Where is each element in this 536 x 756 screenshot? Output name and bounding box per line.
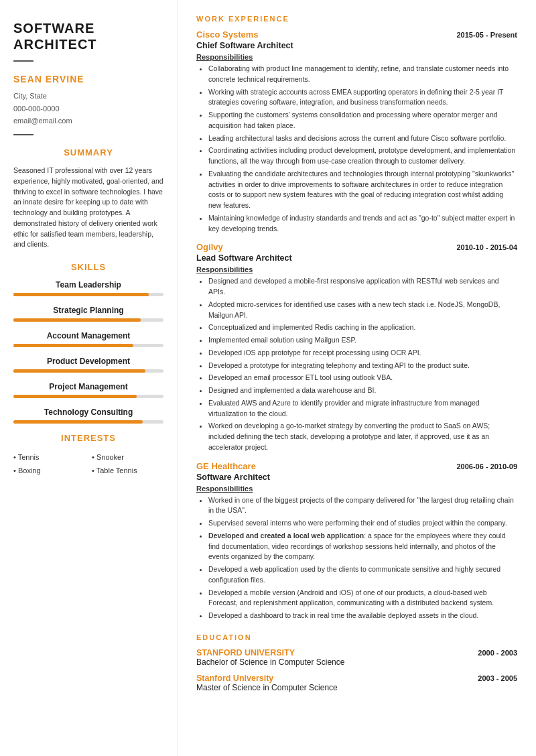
bullet-item: Developed and created a local web applic… [208, 531, 517, 562]
skill-label: Product Development [13, 357, 163, 366]
skill-bar-bg [13, 293, 163, 296]
bullet-item: Developed an email processor ETL tool us… [208, 373, 517, 383]
divider-1 [13, 60, 34, 62]
skill-bar-bg [13, 318, 163, 322]
bullet-item: Collaborating with product line manageme… [208, 64, 517, 85]
interest-item: Boxing [13, 464, 85, 478]
resume-container: SOFTWARE ARCHITECT SEAN ERVINE City, Sta… [0, 0, 536, 756]
skill-label: Technology Consulting [13, 407, 163, 417]
company-name: Cisco Systems [196, 29, 259, 40]
bullet-item: Evaluating the candidate architectures a… [208, 169, 517, 211]
bullet-list: Designed and developed a mobile-first re… [196, 276, 517, 452]
bullet-item: Developed a prototype for integrating te… [208, 361, 517, 371]
skill-label: Strategic Planning [13, 306, 163, 315]
skill-block: Strategic Planning [13, 306, 163, 322]
bullet-item: Developed iOS app prototype for receipt … [208, 348, 517, 359]
job-entry: Cisco Systems2015-05 - PresentChief Soft… [196, 29, 517, 234]
summary-title: SUMMARY [13, 147, 163, 158]
email: email@email.com [13, 115, 163, 127]
edu-row: STANFORD UNIVERSITY2000 - 2003 [196, 648, 517, 657]
responsibilities-label: Responsibilities [196, 53, 517, 61]
responsibilities-label: Responsibilities [196, 265, 517, 273]
bullet-item: Coordinating activities including produc… [208, 145, 517, 167]
right-column: WORK EXPERIENCE Cisco Systems2015-05 - P… [178, 0, 536, 756]
bullet-item: Supervised several interns who were perf… [208, 518, 517, 529]
skill-bar-fill [13, 293, 149, 296]
skill-block: Team Leadership [13, 280, 163, 296]
company-row: GE Healthcare2006-06 - 2010-09 [196, 461, 517, 471]
job-entry: GE Healthcare2006-06 - 2010-09Software A… [196, 461, 517, 621]
edu-school: Stanford University [196, 674, 273, 683]
skill-bar-fill [13, 369, 145, 373]
responsibilities-label: Responsibilities [196, 485, 517, 493]
job-role: Chief Software Architect [196, 41, 517, 50]
interests-section: INTERESTS TennisBoxing SnookerTable Tenn… [13, 433, 163, 478]
edu-row: Stanford University2003 - 2005 [196, 674, 517, 683]
bullet-list: Worked in one of the biggest projects of… [196, 495, 517, 621]
job-title: SOFTWARE ARCHITECT [13, 20, 163, 52]
skill-bar-bg [13, 344, 163, 347]
edu-degree: Bachelor of Science in Computer Science [196, 657, 517, 667]
summary-text: Seasoned IT professional with over 12 ye… [13, 166, 163, 250]
skill-block: Technology Consulting [13, 407, 163, 424]
city-state: City, State [13, 90, 163, 103]
bullet-item: Developed a web application used by the … [208, 564, 517, 586]
skill-label: Account Management [13, 331, 163, 340]
skill-block: Product Development [13, 357, 163, 373]
bullet-list: Collaborating with product line manageme… [196, 64, 517, 234]
bullet-item: Worked in one of the biggest projects of… [208, 495, 517, 517]
education-title: EDUCATION [196, 633, 517, 641]
jobs-list: Cisco Systems2015-05 - PresentChief Soft… [196, 29, 517, 621]
contact-info: City, State 000-000-0000 email@email.com [13, 90, 163, 127]
skills-list: Team LeadershipStrategic PlanningAccount… [13, 280, 163, 424]
bullet-item: Adopted micro-services for identified us… [208, 300, 517, 321]
skill-block: Account Management [13, 331, 163, 347]
bullet-item: Conceptualized and implemented Redis cac… [208, 322, 517, 333]
company-dates: 2010-10 - 2015-04 [456, 243, 517, 251]
edu-degree: Master of Science in Computer Science [196, 683, 517, 692]
divider-2 [13, 134, 34, 135]
candidate-name: SEAN ERVINE [13, 74, 163, 84]
interest-item: Snooker [92, 451, 163, 464]
skill-bar-bg [13, 395, 163, 398]
company-name: GE Healthcare [196, 461, 256, 471]
skills-title: SKILLS [13, 262, 163, 272]
interests-col-1: TennisBoxing [13, 451, 85, 478]
phone: 000-000-0000 [13, 103, 163, 115]
edu-dates: 2000 - 2003 [478, 649, 517, 657]
skill-block: Project Management [13, 382, 163, 398]
bullet-item: Maintaining knowledge of industry standa… [208, 213, 517, 235]
left-column: SOFTWARE ARCHITECT SEAN ERVINE City, Sta… [0, 0, 178, 756]
job-role: Software Architect [196, 472, 517, 482]
skill-bar-fill [13, 420, 143, 424]
bullet-item: Developed a dashboard to track in real t… [208, 611, 517, 621]
bullet-item: Supporting the customers' systems consol… [208, 110, 517, 131]
bullet-item: Worked on developing a go-to-market stra… [208, 421, 517, 452]
work-experience-title: WORK EXPERIENCE [196, 15, 517, 23]
company-name: Ogilvy [196, 242, 223, 252]
interest-item: Tennis [13, 451, 85, 464]
bullet-item: Evaluated AWS and Azure to identify prov… [208, 398, 517, 420]
skill-label: Project Management [13, 382, 163, 391]
skill-bar-fill [13, 344, 133, 347]
company-row: Ogilvy2010-10 - 2015-04 [196, 242, 517, 252]
interest-item: Table Tennis [92, 464, 163, 478]
interests-grid: TennisBoxing SnookerTable Tennis [13, 451, 163, 478]
education-list: STANFORD UNIVERSITY2000 - 2003Bachelor o… [196, 648, 517, 692]
company-row: Cisco Systems2015-05 - Present [196, 29, 517, 40]
job-role: Lead Software Architect [196, 253, 517, 263]
job-entry: Ogilvy2010-10 - 2015-04Lead Software Arc… [196, 242, 517, 452]
skill-bar-fill [13, 395, 137, 398]
skill-bar-bg [13, 369, 163, 373]
skill-bar-fill [13, 318, 141, 322]
edu-school: STANFORD UNIVERSITY [196, 648, 295, 657]
company-dates: 2006-06 - 2010-09 [456, 462, 517, 470]
education-entry: Stanford University2003 - 2005Master of … [196, 674, 517, 692]
education-entry: STANFORD UNIVERSITY2000 - 2003Bachelor o… [196, 648, 517, 667]
bullet-item: Developed a mobile version (Android and … [208, 588, 517, 609]
bullet-item: Designed and developed a mobile-first re… [208, 276, 517, 298]
edu-dates: 2003 - 2005 [478, 674, 517, 682]
skill-label: Team Leadership [13, 280, 163, 290]
interests-col-2: SnookerTable Tennis [92, 451, 163, 478]
interests-title: INTERESTS [13, 433, 163, 443]
